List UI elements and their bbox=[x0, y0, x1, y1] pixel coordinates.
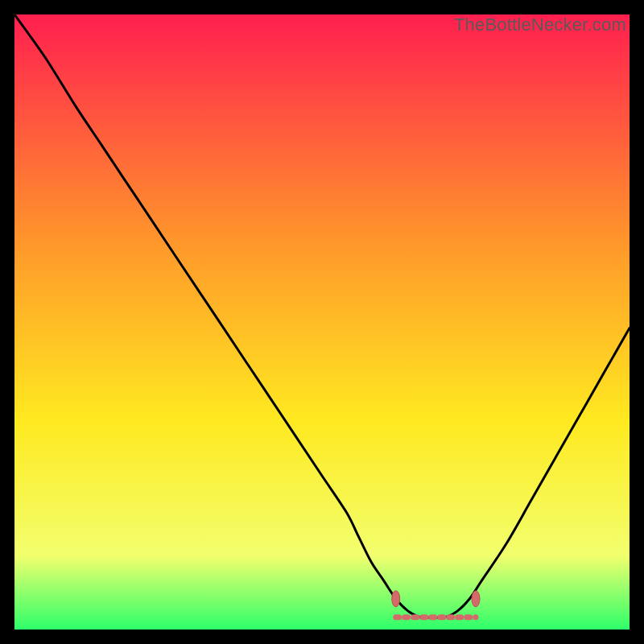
watermark-text: TheBottleNecker.com bbox=[454, 14, 626, 35]
range-marker-end bbox=[472, 591, 480, 607]
bottleneck-chart bbox=[14, 14, 630, 630]
chart-frame: TheBottleNecker.com bbox=[14, 14, 630, 630]
range-marker-start bbox=[392, 591, 400, 607]
gradient-background bbox=[14, 14, 630, 630]
